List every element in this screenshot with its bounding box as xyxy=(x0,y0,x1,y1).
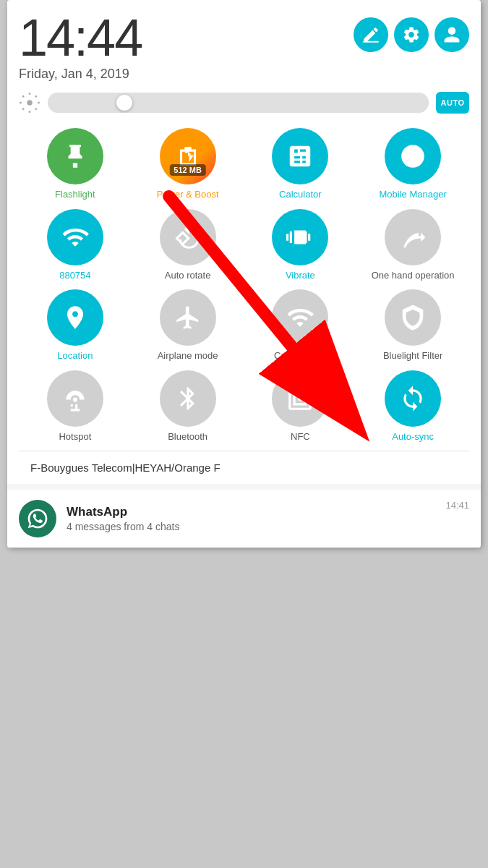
nfc-icon xyxy=(286,385,314,412)
hotspot-icon xyxy=(61,385,89,412)
nfc-toggle[interactable]: NFC xyxy=(247,370,354,443)
brightness-slider[interactable] xyxy=(48,93,429,113)
notification-time: 14:41 xyxy=(445,500,469,511)
settings-icon xyxy=(402,25,421,44)
date-display: Friday, Jan 4, 2019 xyxy=(19,67,469,82)
settings-button[interactable] xyxy=(394,17,429,52)
toggle-row-4: Hotspot Bluetooth xyxy=(19,370,469,443)
flashlight-toggle[interactable]: Flashlight xyxy=(22,128,129,200)
nfc-label: NFC xyxy=(291,431,310,443)
location-toggle[interactable]: Location xyxy=(22,289,129,362)
auto-rotate-label: Auto rotate xyxy=(165,270,211,281)
brightness-auto-label[interactable]: AUTO xyxy=(436,92,469,114)
wifi-label: 880754 xyxy=(59,270,90,281)
mobile-manager-toggle[interactable]: Mobile Manager xyxy=(359,128,466,200)
wifi-toggle[interactable]: 880754 xyxy=(22,209,129,281)
auto-sync-icon xyxy=(399,385,427,412)
auto-sync-label: Auto-sync xyxy=(392,431,434,443)
toggle-row-2: 880754 Auto rotate xyxy=(19,209,469,281)
vibrate-icon xyxy=(286,224,314,251)
one-hand-label: One hand operation xyxy=(372,270,455,281)
bluetooth-label: Bluetooth xyxy=(168,431,207,443)
auto-rotate-toggle[interactable]: Auto rotate xyxy=(134,209,241,281)
bluetooth-toggle[interactable]: Bluetooth xyxy=(134,370,241,443)
whatsapp-icon xyxy=(19,500,56,537)
edit-icon xyxy=(361,25,380,44)
bluelight-icon xyxy=(399,304,427,331)
one-hand-toggle[interactable]: One hand operation xyxy=(359,209,466,281)
calculator-label: Calculator xyxy=(279,189,322,200)
power-boost-badge: 512 MB xyxy=(169,164,206,176)
mobile-manager-icon xyxy=(399,142,427,170)
brightness-icon xyxy=(19,92,40,114)
edit-tiles-button[interactable] xyxy=(354,17,388,52)
bluelight-label: Bluelight Filter xyxy=(383,350,442,362)
notification-message: 4 messages from 4 chats xyxy=(67,521,435,532)
power-boost-label: Power & Boost xyxy=(157,189,219,200)
cellular-toggle[interactable]: Cellular data xyxy=(247,289,354,362)
vibrate-label: Vibrate xyxy=(286,270,315,281)
notification-item[interactable]: WhatsApp 4 messages from 4 chats 14:41 xyxy=(7,490,481,548)
cellular-icon xyxy=(286,304,314,331)
calculator-toggle[interactable]: Calculator xyxy=(247,128,354,200)
carrier-info: F-Bouygues Telecom|HEYAH/Orange F xyxy=(19,451,469,484)
bluetooth-icon xyxy=(174,385,202,412)
notification-app-name: WhatsApp xyxy=(67,505,435,519)
hotspot-label: Hotspot xyxy=(59,431,91,443)
airplane-icon xyxy=(174,304,202,331)
svg-point-1 xyxy=(27,100,33,106)
hotspot-toggle[interactable]: Hotspot xyxy=(22,370,129,443)
bluelight-toggle[interactable]: Bluelight Filter xyxy=(359,289,466,362)
notification-content: WhatsApp 4 messages from 4 chats xyxy=(67,505,435,532)
power-boost-toggle[interactable]: 512 MB Power & Boost xyxy=(134,128,241,200)
one-hand-icon xyxy=(399,224,427,251)
location-icon xyxy=(61,304,89,331)
user-icon xyxy=(442,25,461,44)
mobile-manager-label: Mobile Manager xyxy=(380,189,447,200)
user-profile-button[interactable] xyxy=(435,17,469,52)
wifi-icon xyxy=(61,224,89,251)
clock-display: 14:44 xyxy=(19,12,142,64)
auto-sync-toggle[interactable]: Auto-sync xyxy=(359,370,466,443)
airplane-toggle[interactable]: Airplane mode xyxy=(134,289,241,362)
cellular-label: Cellular data xyxy=(274,350,327,362)
svg-rect-0 xyxy=(363,41,379,43)
toggle-row-3: Location Airplane mode xyxy=(19,289,469,362)
calculator-icon xyxy=(286,142,314,170)
airplane-label: Airplane mode xyxy=(158,350,218,362)
brightness-control[interactable]: AUTO xyxy=(19,92,469,114)
whatsapp-logo xyxy=(26,507,49,530)
vibrate-toggle[interactable]: Vibrate xyxy=(247,209,354,281)
flashlight-label: Flashlight xyxy=(55,189,95,200)
toggle-row-1: Flashlight 512 MB Power & Boost xyxy=(19,128,469,200)
location-label: Location xyxy=(57,350,93,362)
auto-rotate-icon xyxy=(174,224,202,251)
flashlight-icon xyxy=(61,142,89,170)
